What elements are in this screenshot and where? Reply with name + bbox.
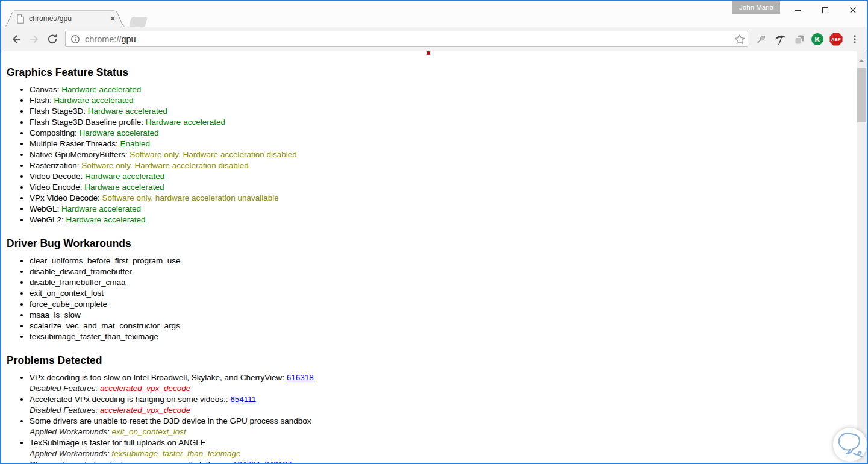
feature-status-item: Flash: Hardware accelerated bbox=[30, 95, 857, 106]
k-antivirus-extension-icon: K bbox=[810, 32, 825, 46]
problem-item: Clear uniforms before first program use … bbox=[30, 459, 857, 463]
feature-label: VPx Video Decode: bbox=[30, 193, 102, 202]
feature-status-item: Video Encode: Hardware accelerated bbox=[30, 182, 857, 193]
feature-status-value: Hardware accelerated bbox=[85, 172, 164, 181]
feature-status-value: Software only. Hardware acceleration dis… bbox=[81, 161, 248, 170]
title-bar: chrome://gpu ✕ John Mario bbox=[1, 1, 867, 27]
tab-close-icon[interactable]: ✕ bbox=[109, 14, 117, 23]
feature-label: WebGL: bbox=[30, 204, 61, 213]
stacked-squares-extension-icon bbox=[792, 33, 805, 46]
feature-status-value: Software only. Hardware acceleration dis… bbox=[130, 150, 296, 159]
feature-status-list: Canvas: Hardware acceleratedFlash: Hardw… bbox=[5, 84, 857, 225]
assistant-bubble-button[interactable] bbox=[833, 428, 867, 462]
feature-status-value: Enabled bbox=[120, 139, 151, 148]
back-arrow-icon bbox=[10, 33, 22, 45]
scroll-up-arrow-icon[interactable] bbox=[859, 59, 864, 62]
feature-status-item: Canvas: Hardware accelerated bbox=[30, 84, 857, 95]
feature-status-value: Software only, hardware acceleration una… bbox=[102, 193, 279, 202]
workaround-item: disable_framebuffer_cmaa bbox=[30, 277, 857, 288]
workaround-item: texsubimage_faster_than_teximage bbox=[30, 331, 857, 342]
reload-button[interactable] bbox=[43, 30, 61, 48]
gpu-page-content: Graphics Feature Status Canvas: Hardware… bbox=[1, 51, 857, 463]
back-button[interactable] bbox=[7, 30, 25, 48]
profile-name-button[interactable]: John Mario bbox=[732, 1, 780, 14]
umbrella-extension-icon bbox=[773, 33, 787, 46]
feature-status-value: Hardware accelerated bbox=[80, 128, 159, 137]
problem-item: Some drivers are unable to reset the D3D… bbox=[30, 416, 857, 437]
feature-label: Canvas: bbox=[30, 85, 61, 94]
forward-button[interactable] bbox=[25, 30, 43, 48]
spade-extension-icon bbox=[755, 33, 768, 46]
browser-toolbar: chrome://gpu K ABP bbox=[1, 27, 867, 51]
problem-sub-value: accelerated_vpx_decode bbox=[100, 406, 190, 415]
maximize-button[interactable] bbox=[811, 1, 839, 19]
feature-label: Flash Stage3D: bbox=[30, 107, 88, 116]
extension-umbrella-button[interactable] bbox=[770, 30, 789, 48]
feature-status-item: Flash Stage3D: Hardware accelerated bbox=[30, 106, 857, 117]
problem-sub-label: Applied Workarounds: bbox=[30, 427, 112, 436]
feature-label: Flash: bbox=[30, 96, 54, 105]
section-title-driver-bug-workarounds: Driver Bug Workarounds bbox=[7, 237, 857, 250]
feature-status-value: Hardware accelerated bbox=[146, 118, 225, 127]
feature-status-item: Compositing: Hardware accelerated bbox=[30, 128, 857, 139]
workaround-item: force_cube_complete bbox=[30, 299, 857, 310]
extension-adblock-plus-button[interactable]: ABP bbox=[826, 30, 845, 48]
bug-link[interactable]: 124764 bbox=[233, 460, 260, 463]
scrollbar-thumb[interactable] bbox=[857, 68, 866, 122]
feature-status-value: Hardware accelerated bbox=[61, 85, 141, 94]
workaround-list: clear_uniforms_before_first_program_used… bbox=[5, 256, 857, 342]
problem-item: VPx decoding is too slow on Intel Broadw… bbox=[30, 372, 857, 394]
feature-status-item: Native GpuMemoryBuffers: Software only. … bbox=[30, 149, 857, 160]
feature-status-item: Rasterization: Software only. Hardware a… bbox=[30, 160, 857, 171]
bug-link[interactable]: 654111 bbox=[230, 395, 256, 404]
new-tab-button[interactable] bbox=[129, 17, 148, 27]
sketch-bubble-icon bbox=[834, 428, 866, 461]
reload-icon bbox=[46, 33, 58, 45]
extension-spade-button[interactable] bbox=[752, 30, 770, 48]
workaround-item: scalarize_vec_and_mat_constructor_args bbox=[30, 321, 857, 331]
problem-sub-value: texsubimage_faster_than_teximage bbox=[112, 449, 241, 458]
problem-text: TexSubImage is faster for full uploads o… bbox=[30, 438, 206, 447]
feature-status-item: WebGL: Hardware accelerated bbox=[30, 204, 857, 215]
chrome-window: { "window": { "profile_name": "John Mari… bbox=[0, 0, 868, 464]
workaround-item: msaa_is_slow bbox=[30, 310, 857, 321]
feature-status-item: Flash Stage3D Baseline profile: Hardware… bbox=[30, 117, 857, 128]
feature-label: Video Decode: bbox=[30, 172, 85, 181]
close-icon bbox=[849, 7, 857, 14]
feature-status-item: Video Decode: Hardware accelerated bbox=[30, 171, 857, 182]
page-info-icon[interactable] bbox=[70, 34, 80, 44]
bookmark-star-icon[interactable] bbox=[734, 34, 745, 45]
feature-label: Multiple Raster Threads: bbox=[30, 139, 120, 148]
address-bar[interactable]: chrome://gpu bbox=[65, 31, 748, 47]
url-scheme: chrome:// bbox=[85, 34, 121, 44]
problem-text: Some drivers are unable to reset the D3D… bbox=[30, 416, 311, 425]
bug-link[interactable]: 349137 bbox=[264, 460, 292, 463]
feature-label: Flash Stage3D Baseline profile: bbox=[30, 118, 146, 127]
close-window-button[interactable] bbox=[839, 1, 867, 19]
feature-status-value: Hardware accelerated bbox=[54, 96, 134, 105]
feature-label: Native GpuMemoryBuffers: bbox=[30, 150, 130, 159]
url-text: chrome://gpu bbox=[85, 34, 734, 44]
tab-title: chrome://gpu bbox=[29, 14, 104, 23]
problem-item: Accelerated VPx decoding is hanging on s… bbox=[30, 394, 857, 416]
vertical-scrollbar[interactable] bbox=[857, 51, 867, 463]
minimize-icon bbox=[794, 7, 801, 14]
extension-k-antivirus-button[interactable]: K bbox=[808, 30, 826, 48]
chrome-menu-button[interactable] bbox=[845, 30, 864, 48]
problem-list: VPx decoding is too slow on Intel Broadw… bbox=[5, 372, 857, 463]
feature-status-value: Hardware accelerated bbox=[88, 107, 167, 116]
red-marker bbox=[427, 51, 430, 55]
problem-sub-label: Disabled Features: bbox=[30, 406, 100, 415]
bug-link[interactable]: 616318 bbox=[287, 373, 314, 382]
extension-windows-button[interactable] bbox=[789, 30, 808, 48]
feature-status-item: VPx Video Decode: Software only, hardwar… bbox=[30, 193, 857, 204]
maximize-icon bbox=[822, 7, 829, 14]
minimize-button[interactable] bbox=[784, 1, 811, 19]
feature-label: Compositing: bbox=[30, 128, 80, 137]
feature-label: Video Encode: bbox=[30, 183, 84, 192]
tab-chrome-gpu[interactable]: chrome://gpu ✕ bbox=[17, 13, 117, 24]
problem-sub-label: Disabled Features: bbox=[30, 384, 100, 393]
svg-text:K: K bbox=[814, 34, 820, 43]
feature-status-item: Multiple Raster Threads: Enabled bbox=[30, 139, 857, 149]
forward-arrow-icon bbox=[28, 33, 40, 45]
